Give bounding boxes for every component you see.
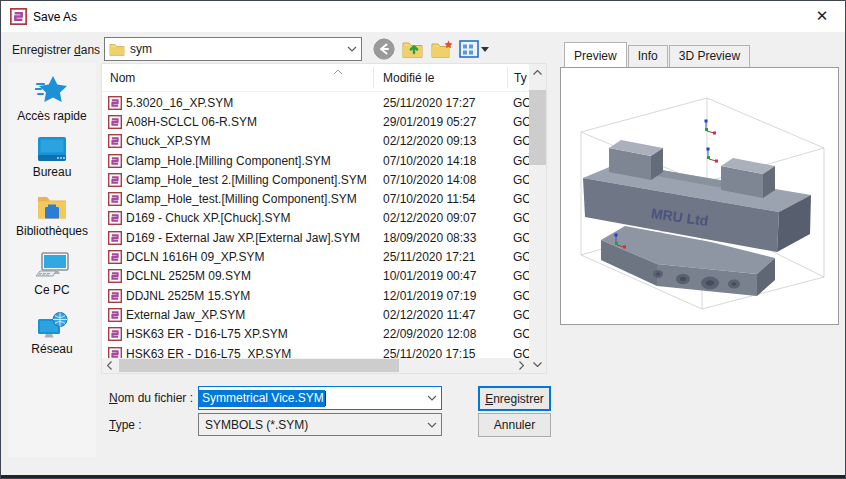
- background-window-edge: [1, 475, 845, 478]
- file-modified: 07/10/2020 11:54: [383, 192, 476, 206]
- file-row[interactable]: D169 - Chuck XP.[Chuck].SYM 02/12/2020 0…: [102, 209, 529, 228]
- filetype-combobox[interactable]: SYMBOLS (*.SYM): [198, 413, 442, 436]
- file-modified: 02/12/2020 09:13: [383, 134, 476, 148]
- sym-file-icon: [108, 327, 122, 341]
- filename-combobox[interactable]: Symmetrical Vice.SYM: [198, 386, 442, 410]
- file-modified: 10/01/2019 00:47: [383, 269, 476, 283]
- up-one-level-button[interactable]: [400, 37, 424, 61]
- file-name: HSK63 ER - D16-L75 XP.SYM: [126, 327, 374, 341]
- back-icon: [373, 38, 395, 60]
- save-in-combobox[interactable]: sym: [104, 37, 362, 61]
- sidebar-item-network[interactable]: Réseau: [8, 311, 96, 356]
- sidebar-item-quick-access[interactable]: Accès rapide: [8, 74, 96, 123]
- scroll-down-icon[interactable]: [529, 356, 546, 373]
- save-as-dialog: Save As ✕ Enregistrer dans : sym: [0, 0, 846, 479]
- axis-triad: [705, 120, 717, 135]
- file-type: GO: [513, 231, 529, 245]
- file-row[interactable]: A08H-SCLCL 06-R.SYM 29/01/2019 05:27 GO: [102, 112, 529, 131]
- column-divider[interactable]: [373, 67, 374, 88]
- file-row[interactable]: DDJNL 2525M 15.SYM 12/01/2019 07:19 GO: [102, 286, 529, 305]
- vertical-scrollbar[interactable]: [529, 64, 546, 373]
- file-row[interactable]: DCLNL 2525M 09.SYM 10/01/2019 00:47 GO: [102, 267, 529, 286]
- file-list: Nom Modifié le Ty 5.3020_16_XP.SYM 25/11…: [101, 63, 547, 374]
- preview-tabs: Preview Info 3D Preview: [564, 42, 751, 67]
- file-row[interactable]: DCLN 1616H 09_XP.SYM 25/11/2020 17:21 GO: [102, 247, 529, 266]
- chevron-down-icon: [423, 387, 441, 409]
- file-row[interactable]: 5.3020_16_XP.SYM 25/11/2020 17:27 GO: [102, 93, 529, 112]
- new-folder-button[interactable]: [430, 37, 454, 61]
- file-type: GO: [513, 134, 529, 148]
- tab-preview[interactable]: Preview: [564, 42, 627, 67]
- filename-label: Nom du fichier :: [109, 391, 193, 405]
- 3d-model-preview: MRU Ltd: [561, 68, 838, 324]
- sym-file-icon: [108, 250, 122, 264]
- sym-file-icon: [108, 115, 122, 129]
- column-divider[interactable]: [507, 67, 508, 88]
- sym-file-icon: [108, 192, 122, 206]
- file-type: GO: [513, 154, 529, 168]
- back-button[interactable]: [372, 37, 396, 61]
- tab-info[interactable]: Info: [628, 45, 668, 67]
- file-row[interactable]: Clamp_Hole.[Milling Component].SYM 07/10…: [102, 151, 529, 170]
- save-button[interactable]: Enregistrer: [478, 386, 551, 411]
- vertical-scroll-thumb[interactable]: [529, 90, 546, 165]
- sidebar-item-label: Accès rapide: [17, 109, 86, 123]
- column-header-name[interactable]: Nom: [110, 71, 135, 85]
- file-name: Chuck_XP.SYM: [126, 134, 374, 148]
- file-name: DDJNL 2525M 15.SYM: [126, 289, 374, 303]
- file-type: GO: [513, 192, 529, 206]
- file-type: GO: [513, 308, 529, 322]
- preview-panel: MRU Ltd: [560, 67, 839, 325]
- file-name: DCLN 1616H 09_XP.SYM: [126, 250, 374, 264]
- file-row[interactable]: Chuck_XP.SYM 02/12/2020 09:13 GO: [102, 132, 529, 151]
- sym-file-icon: [108, 134, 122, 148]
- file-row[interactable]: Clamp_Hole_test 2.[Milling Component].SY…: [102, 170, 529, 189]
- horizontal-scroll-thumb[interactable]: [119, 359, 399, 372]
- scroll-left-icon[interactable]: [102, 358, 117, 373]
- file-type: GO: [513, 211, 529, 225]
- sidebar-item-label: Ce PC: [34, 283, 69, 297]
- this-pc-icon: [35, 252, 69, 280]
- file-type: GO: [513, 115, 529, 129]
- view-menu-icon: [459, 40, 479, 58]
- close-button[interactable]: ✕: [807, 4, 837, 28]
- new-folder-icon: [430, 39, 454, 60]
- file-modified: 07/10/2020 14:08: [383, 173, 476, 187]
- file-row[interactable]: HSK63 ER - D16-L75 XP.SYM 22/09/2020 12:…: [102, 325, 529, 344]
- list-header: Nom Modifié le Ty: [102, 64, 529, 92]
- cancel-button[interactable]: Annuler: [478, 413, 551, 437]
- file-rows: 5.3020_16_XP.SYM 25/11/2020 17:27 GO A08…: [102, 93, 529, 363]
- column-header-type[interactable]: Ty: [514, 71, 527, 85]
- tab-3d-preview[interactable]: 3D Preview: [669, 45, 750, 67]
- dropdown-arrow-icon: [481, 47, 489, 52]
- file-modified: 25/11/2020 17:21: [383, 250, 476, 264]
- sym-file-icon: [108, 269, 122, 283]
- sidebar-item-libraries[interactable]: Bibliothèques: [8, 193, 96, 238]
- axis-triad: [707, 148, 719, 163]
- save-in-label: Enregistrer dans :: [12, 43, 107, 57]
- file-modified: 02/12/2020 11:47: [383, 308, 476, 322]
- filename-value: Symmetrical Vice.SYM: [199, 390, 325, 407]
- horizontal-scrollbar[interactable]: [102, 358, 529, 373]
- app-icon: [10, 8, 27, 25]
- folder-up-icon: [401, 39, 424, 60]
- sidebar-item-this-pc[interactable]: Ce PC: [8, 252, 96, 297]
- column-header-modified[interactable]: Modifié le: [383, 71, 434, 85]
- file-type: GO: [513, 250, 529, 264]
- file-row[interactable]: D169 - External Jaw XP.[External Jaw].SY…: [102, 228, 529, 247]
- file-name: D169 - External Jaw XP.[External Jaw].SY…: [126, 231, 374, 245]
- scroll-up-icon[interactable]: [529, 64, 546, 81]
- file-name: 5.3020_16_XP.SYM: [126, 96, 374, 110]
- sym-file-icon: [108, 96, 122, 110]
- file-name: Clamp_Hole.[Milling Component].SYM: [126, 154, 374, 168]
- file-type: GO: [513, 327, 529, 341]
- file-row[interactable]: Clamp_Hole_test.[Milling Component].SYM …: [102, 189, 529, 208]
- scroll-right-icon[interactable]: [514, 358, 529, 373]
- filetype-value: SYMBOLS (*.SYM): [205, 418, 308, 432]
- chevron-down-icon: [423, 414, 441, 435]
- view-menu-button[interactable]: [457, 37, 491, 61]
- file-name: DCLNL 2525M 09.SYM: [126, 269, 374, 283]
- file-row[interactable]: External Jaw_XP.SYM 02/12/2020 11:47 GO: [102, 305, 529, 324]
- window-title: Save As: [33, 10, 77, 24]
- sidebar-item-desktop[interactable]: Bureau: [8, 136, 96, 179]
